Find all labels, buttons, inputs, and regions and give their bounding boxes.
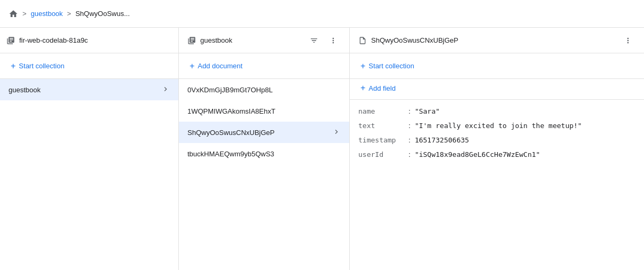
left-panel: fir-web-codelab-81a9c + Start collection… — [0, 28, 179, 270]
breadcrumb-item-doc: ShQwyOoSwus... — [75, 10, 130, 18]
field-value-userid: "iSQw18x9ead8GeL6CcHe7WzEwCn1" — [415, 150, 540, 158]
add-document-button[interactable]: + Add document — [187, 59, 245, 73]
chevron-right-icon — [332, 128, 341, 138]
field-key-text: text — [358, 122, 406, 130]
plus-icon: + — [360, 83, 365, 93]
list-item-doc-1[interactable]: 1WQPMIWGAkomsIA8EhxT — [179, 100, 349, 122]
right-more-options-button[interactable] — [621, 33, 635, 48]
plus-icon: + — [11, 61, 15, 71]
add-document-row: + Add document — [179, 53, 349, 79]
project-title: fir-web-codelab-81a9c — [19, 36, 88, 44]
field-row-userid: userId : "iSQw18x9ead8GeL6CcHe7WzEwCn1" — [358, 147, 635, 162]
chevron-right-icon — [161, 85, 170, 95]
list-item-guestbook[interactable]: guestbook — [0, 79, 178, 100]
filter-button[interactable] — [307, 33, 321, 48]
collection-name: guestbook — [9, 86, 161, 94]
project-icon — [6, 36, 15, 45]
plus-icon: + — [360, 61, 365, 71]
right-panel-actions — [621, 33, 635, 48]
start-collection-label: Start collection — [19, 62, 64, 70]
right-panel-title: ShQwyOoSwusCNxUBjGeP — [371, 36, 616, 44]
list-item-doc-2[interactable]: ShQwyOoSwusCNxUBjGeP — [179, 122, 349, 143]
list-item-doc-0[interactable]: 0VxKDmGjJB9mGt7OHp8L — [179, 79, 349, 100]
home-icon[interactable] — [9, 9, 18, 19]
main-content: fir-web-codelab-81a9c + Start collection… — [0, 28, 644, 270]
field-key-userid: userId — [358, 150, 406, 158]
document-icon — [358, 36, 367, 45]
middle-panel: guestbook + Add document 0VxKDmGjJB9mGt7… — [179, 28, 350, 270]
add-field-label: Add field — [368, 84, 396, 92]
field-sep-userid: : — [409, 150, 411, 158]
middle-panel-header: guestbook — [179, 28, 349, 53]
field-row-timestamp: timestamp : 1651732506635 — [358, 133, 635, 147]
field-row-name: name : "Sara" — [358, 104, 635, 118]
list-item-doc-3[interactable]: tbuckHMAEQwm9yb5QwS3 — [179, 143, 349, 164]
breadcrumb-separator-1: > — [22, 10, 27, 18]
add-field-row: + Add field — [350, 79, 644, 100]
doc-id-3: tbuckHMAEQwm9yb5QwS3 — [187, 150, 341, 158]
field-key-timestamp: timestamp — [358, 136, 406, 144]
right-panel: ShQwyOoSwusCNxUBjGeP + Start collection … — [350, 28, 644, 270]
right-start-collection-button[interactable]: + Start collection — [358, 59, 417, 73]
start-collection-button[interactable]: + Start collection — [9, 59, 67, 73]
start-collection-row: + Start collection — [0, 53, 178, 79]
field-sep-timestamp: : — [409, 136, 411, 144]
breadcrumb-separator-2: > — [67, 10, 72, 18]
collections-list: guestbook — [0, 79, 178, 270]
documents-list: 0VxKDmGjJB9mGt7OHp8L 1WQPMIWGAkomsIA8Ehx… — [179, 79, 349, 270]
doc-id-2: ShQwyOoSwusCNxUBjGeP — [187, 129, 332, 137]
field-value-name: "Sara" — [415, 107, 440, 115]
field-row-text: text : "I'm really excited to join the m… — [358, 118, 635, 133]
field-key-name: name — [358, 107, 406, 115]
collection-icon — [187, 36, 196, 45]
plus-icon: + — [190, 61, 194, 71]
add-field-button[interactable]: + Add field — [358, 81, 398, 95]
middle-panel-title: guestbook — [200, 36, 302, 44]
doc-id-0: 0VxKDmGjJB9mGt7OHp8L — [187, 86, 341, 94]
field-sep-name: : — [409, 107, 411, 115]
field-value-text: "I'm really excited to join the meetup!" — [415, 122, 582, 130]
right-start-collection-label: Start collection — [368, 62, 414, 70]
breadcrumb-item-guestbook[interactable]: guestbook — [31, 10, 63, 18]
fields-panel-body: name : "Sara" text : "I'm really excited… — [350, 100, 644, 270]
field-sep-text: : — [409, 122, 411, 130]
more-options-button[interactable] — [326, 33, 341, 48]
breadcrumb-bar: > guestbook > ShQwyOoSwus... — [0, 0, 644, 28]
project-header: fir-web-codelab-81a9c — [0, 28, 178, 53]
field-value-timestamp: 1651732506635 — [415, 136, 469, 144]
fields-container: name : "Sara" text : "I'm really excited… — [350, 100, 644, 166]
middle-panel-actions — [307, 33, 341, 48]
right-panel-header: ShQwyOoSwusCNxUBjGeP — [350, 28, 644, 53]
doc-id-1: 1WQPMIWGAkomsIA8EhxT — [187, 107, 341, 115]
right-start-collection-row: + Start collection — [350, 53, 644, 79]
add-document-label: Add document — [198, 62, 242, 70]
